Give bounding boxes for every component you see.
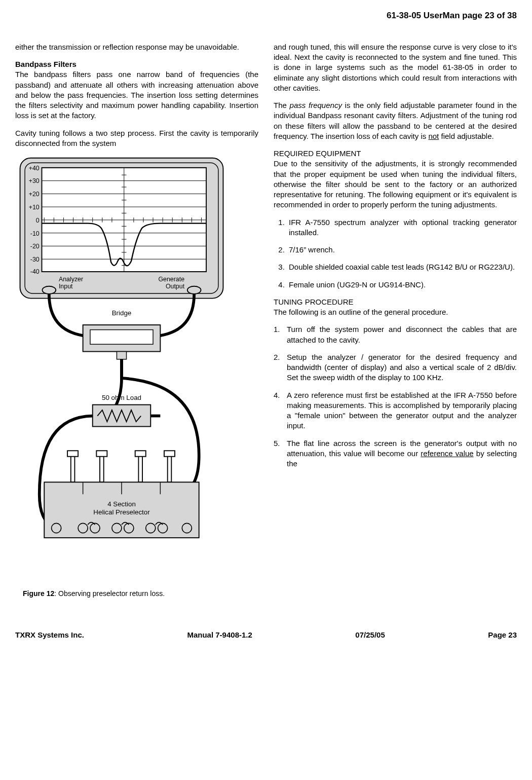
figure-12: +40 +30 +20 +10 0 -10 -20 -30 -40 Ana xyxy=(15,156,258,599)
list-item: IFR A-7550 spectrum analyzer with option… xyxy=(287,217,517,238)
figure-caption: Figure 12: Observing preselector return … xyxy=(23,589,258,599)
list-item: A zero reference must first be establish… xyxy=(287,390,517,431)
right-column: and rough tuned, this will ensure the re… xyxy=(274,42,517,610)
ytick: -40 xyxy=(30,268,40,275)
ytick: +10 xyxy=(29,204,40,211)
svg-rect-49 xyxy=(96,451,107,456)
bridge-label: Bridge xyxy=(112,309,132,317)
ytick: -10 xyxy=(30,230,40,237)
footer-manual: Manual 7-9408-1.2 xyxy=(187,630,252,640)
svg-rect-48 xyxy=(67,451,78,456)
page-header: 61-38-05 UserMan page 23 of 38 xyxy=(15,10,517,22)
tuning-head: TUNING PROCEDURE xyxy=(274,297,517,307)
bandpass-heading: Bandpass Filters xyxy=(15,60,77,68)
svg-rect-46 xyxy=(138,456,142,482)
svg-point-37 xyxy=(42,286,56,294)
load-label: 50 ohm Load xyxy=(102,394,141,401)
footer-page: Page 23 xyxy=(488,630,517,640)
list-item: Female union (UG29-N or UG914-BNC). xyxy=(287,280,517,290)
ytick: -30 xyxy=(30,256,40,263)
intro-text: either the transmission or reflection re… xyxy=(15,42,258,52)
list-item: Setup the analyzer / generator for the d… xyxy=(287,352,517,383)
list-item: The flat line across the screen is the g… xyxy=(287,438,517,469)
required-equipment-list: IFR A-7550 spectrum analyzer with option… xyxy=(274,217,517,290)
right-p2: The pass frequency is the only field adj… xyxy=(274,100,517,141)
ytick: -20 xyxy=(30,243,40,250)
left-column: either the transmission or reflection re… xyxy=(15,42,258,610)
diagram-svg: +40 +30 +20 +10 0 -10 -20 -30 -40 Ana xyxy=(15,156,228,581)
bandpass-p1: The bandpass filters pass one narrow ban… xyxy=(15,69,258,121)
ytick: +40 xyxy=(29,165,40,172)
footer-date: 07/25/05 xyxy=(355,630,385,640)
svg-rect-40 xyxy=(90,330,153,345)
required-equipment-p: Due to the sensitivity of the adjustment… xyxy=(274,159,517,210)
list-item: 7/16” wrench. xyxy=(287,245,517,255)
preselector-l2: Helical Preselector xyxy=(93,508,150,516)
svg-rect-45 xyxy=(100,456,104,482)
svg-rect-41 xyxy=(117,352,126,359)
footer-company: TXRX Systems Inc. xyxy=(15,630,84,640)
ytick: 0 xyxy=(36,217,40,224)
svg-rect-50 xyxy=(135,451,146,456)
list-item: Turn off the system power and disconnect… xyxy=(287,324,517,345)
svg-rect-51 xyxy=(164,451,175,456)
right-p1: and rough tuned, this will ensure the re… xyxy=(274,42,517,93)
preselector-l1: 4 Section xyxy=(107,500,136,508)
ytick: +20 xyxy=(29,191,40,198)
svg-rect-44 xyxy=(71,456,75,482)
svg-rect-42 xyxy=(93,405,151,427)
tuning-list: 1. Turn off the system power and disconn… xyxy=(274,324,517,469)
tuning-p: The following is an outline of the gener… xyxy=(274,307,517,317)
svg-point-38 xyxy=(187,286,201,294)
list-item: Double shielded coaxial cable test leads… xyxy=(287,262,517,272)
ytick: +30 xyxy=(29,178,40,185)
page-footer: TXRX Systems Inc. Manual 7-9408-1.2 07/2… xyxy=(15,630,517,640)
required-equipment-head: REQUIRED EQUIPMENT xyxy=(274,148,517,159)
svg-rect-47 xyxy=(168,456,172,482)
bandpass-p2: Cavity tuning follows a two step process… xyxy=(15,128,258,149)
